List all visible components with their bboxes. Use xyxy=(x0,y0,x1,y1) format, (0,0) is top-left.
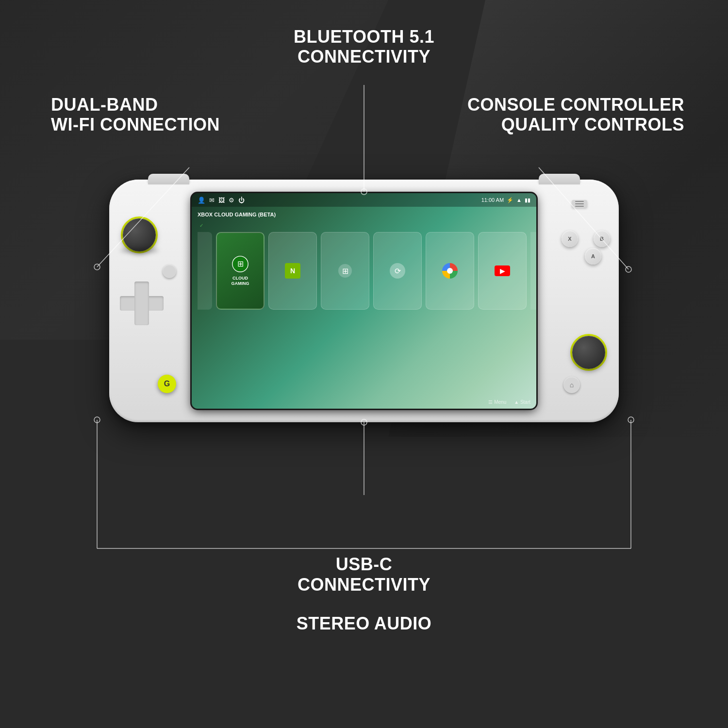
partial-tile-right xyxy=(530,232,536,310)
app-tile-xbox[interactable]: ⊞ xyxy=(321,232,369,310)
app-tile-chrome[interactable] xyxy=(426,232,474,310)
xbox-cloud-icon: ⊞ xyxy=(232,255,249,273)
home-button[interactable]: ⌂ xyxy=(563,377,580,393)
button-x[interactable]: X xyxy=(562,231,578,247)
shoulder-button-right[interactable] xyxy=(539,174,580,184)
select-button[interactable] xyxy=(163,265,176,278)
image-icon: 🖼 xyxy=(218,197,225,204)
bottom-action-bar: ☰ Menu ▲ Start xyxy=(488,399,530,405)
wifi-status-icon: ▲ xyxy=(516,197,522,203)
youtube-icon: ▶ xyxy=(495,265,510,276)
mail-icon: ✉ xyxy=(209,197,215,204)
menu-action: ☰ Menu xyxy=(488,399,506,405)
screen: 👤 ✉ 🖼 ⚙ ⏻ 11:00 AM ⚡ ▲ ▮▮ XBOX xyxy=(192,193,536,409)
app-area: XBOX CLOUD GAMING (BETA) ✓ xyxy=(192,207,536,409)
profile-icon: 👤 xyxy=(198,197,205,204)
label-dualband: DUAL-BAND WI-FI CONNECTION xyxy=(51,95,220,135)
app-title: XBOX CLOUD GAMING (BETA) xyxy=(198,212,530,217)
settings-icon: ⚙ xyxy=(229,197,234,204)
partial-tile-left xyxy=(198,232,212,310)
checkmark-icon: ✓ xyxy=(199,223,203,228)
status-icons-right: 11:00 AM ⚡ ▲ ▮▮ xyxy=(481,197,530,203)
thumbstick-right[interactable] xyxy=(572,336,605,369)
dpad-vertical xyxy=(134,281,149,325)
time-display: 11:00 AM xyxy=(481,197,504,203)
svg-text:⊞: ⊞ xyxy=(237,260,244,268)
controller-body: G X B A ⌂ xyxy=(109,180,619,422)
app-name-xbox-cloud: CLOUDGAMING xyxy=(232,276,249,286)
dpad[interactable] xyxy=(120,281,164,325)
status-icons-left: 👤 ✉ 🖼 ⚙ ⏻ xyxy=(198,197,245,204)
home-icon: ⌂ xyxy=(570,381,574,389)
app-tile-youtube[interactable]: ▶ xyxy=(478,232,527,310)
chrome-icon xyxy=(442,263,458,279)
power-icon: ⏻ xyxy=(238,197,245,204)
status-bar: 👤 ✉ 🖼 ⚙ ⏻ 11:00 AM ⚡ ▲ ▮▮ xyxy=(192,193,536,207)
label-usbc: USB-C CONNECTIVITY xyxy=(298,554,430,595)
battery-icon: ▮▮ xyxy=(525,197,530,203)
menu-button[interactable] xyxy=(572,200,587,208)
bluetooth-status-icon: ⚡ xyxy=(507,197,513,203)
logitech-button[interactable]: G xyxy=(158,375,176,393)
svg-text:⊞: ⊞ xyxy=(342,267,348,275)
xbox-icon: ⊞ xyxy=(337,263,353,279)
app-tile-nvidia[interactable]: N xyxy=(268,232,317,310)
menu-line-1 xyxy=(575,201,584,202)
button-b[interactable]: B xyxy=(594,231,610,247)
app-grid: ⊞ CLOUDGAMING N ⊞ xyxy=(198,232,530,310)
menu-line-2 xyxy=(575,203,584,204)
nvidia-icon: N xyxy=(285,263,300,279)
menu-line-3 xyxy=(575,206,584,207)
label-bluetooth: BLUETOOTH 5.1 CONNECTIVITY xyxy=(294,27,434,67)
abxy-cluster: X B A xyxy=(562,221,610,269)
label-stereo: STEREO AUDIO xyxy=(297,613,432,633)
logitech-icon: G xyxy=(164,380,170,388)
device: G X B A ⌂ xyxy=(109,180,619,422)
app-tile-steam[interactable]: ⟳ xyxy=(373,232,422,310)
button-a[interactable]: A xyxy=(585,248,601,265)
shoulder-button-left[interactable] xyxy=(148,174,189,184)
label-console: CONSOLE CONTROLLER QUALITY CONTROLS xyxy=(467,95,684,135)
app-tile-xbox-cloud[interactable]: ⊞ CLOUDGAMING xyxy=(216,232,265,310)
steam-icon: ⟳ xyxy=(390,263,405,279)
thumbstick-left[interactable] xyxy=(123,218,156,251)
start-action: ▲ Start xyxy=(514,399,530,405)
screen-bezel: 👤 ✉ 🖼 ⚙ ⏻ 11:00 AM ⚡ ▲ ▮▮ XBOX xyxy=(192,193,536,409)
